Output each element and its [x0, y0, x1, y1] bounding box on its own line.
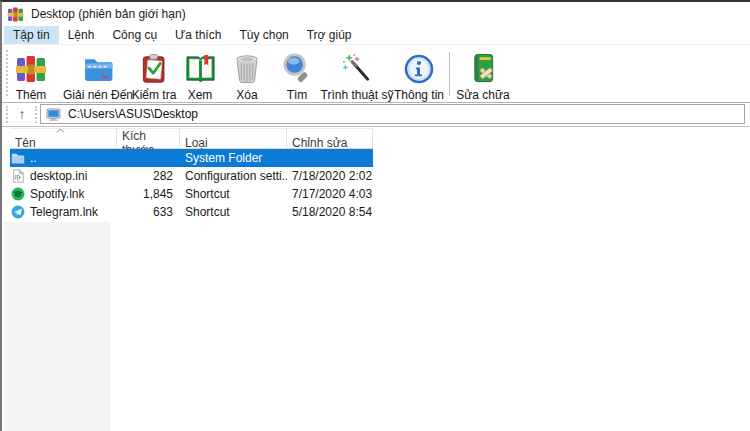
empty-pane-area — [4, 222, 110, 431]
add-archive-icon — [13, 50, 49, 87]
title-bar: Desktop (phiên bản giới hạn) — [2, 2, 750, 26]
delete-button-label: Xóa — [236, 88, 257, 102]
find-button[interactable]: Tìm — [275, 49, 319, 103]
window-title: Desktop (phiên bản giới hạn) — [31, 7, 186, 21]
toolbar: Thêm Giải nén Đến — [2, 46, 750, 103]
toolbar-gripper[interactable] — [6, 50, 8, 96]
table-row-parent-folder[interactable]: .. System Folder — [10, 149, 373, 167]
address-bar: ↑ C:\Users\ASUS\Desktop — [2, 104, 750, 125]
delete-trash-icon — [229, 50, 265, 87]
find-button-label: Tìm — [287, 88, 308, 102]
table-row-spotify[interactable]: Spotify.lnk 1,845 Shortcut 7/17/2020 4:0… — [10, 185, 373, 203]
desktop-monitor-icon — [46, 107, 61, 122]
test-button[interactable]: Kiểm tra — [128, 49, 181, 103]
repair-button[interactable]: Sửa chữa — [452, 49, 513, 103]
winrar-logo-icon — [7, 6, 24, 23]
file-type: Shortcut — [180, 187, 287, 201]
file-name: Telegram.lnk — [30, 205, 98, 219]
table-row-desktop-ini[interactable]: desktop.ini 282 Configuration setti... 7… — [10, 167, 373, 185]
sort-ascending-icon — [56, 128, 65, 133]
extract-to-button-label: Giải nén Đến — [63, 88, 133, 102]
test-button-label: Kiểm tra — [132, 88, 177, 102]
find-magnifier-icon — [279, 50, 315, 87]
up-one-level-button[interactable]: ↑ — [11, 104, 33, 124]
menu-item-options[interactable]: Tùy chọn — [230, 26, 297, 44]
toolbar-separator — [449, 52, 450, 96]
up-arrow-icon: ↑ — [19, 106, 26, 122]
file-modified: 7/18/2020 2:02 ... — [287, 169, 373, 183]
delete-button[interactable]: Xóa — [225, 49, 269, 103]
file-name: desktop.ini — [30, 169, 87, 183]
view-button-label: Xem — [188, 88, 213, 102]
toolbar-divider — [2, 126, 750, 127]
ini-file-icon — [11, 169, 25, 183]
file-type: Shortcut — [180, 205, 287, 219]
repair-button-label: Sửa chữa — [456, 88, 509, 102]
file-type: System Folder — [180, 151, 287, 165]
menu-item-commands[interactable]: Lệnh — [59, 26, 104, 44]
file-size: 1,845 — [117, 187, 180, 201]
menu-item-tools[interactable]: Công cụ — [103, 26, 166, 44]
file-list: .. System Folder desktop.ini 282 Con — [10, 149, 373, 221]
file-type: Configuration setti... — [180, 169, 287, 183]
addressbar-gripper[interactable] — [6, 106, 8, 123]
test-clipboard-icon — [136, 50, 172, 87]
info-circle-icon — [401, 50, 437, 87]
menu-item-file[interactable]: Tập tin — [4, 26, 59, 44]
menu-item-help[interactable]: Trợ giúp — [298, 26, 361, 44]
wizard-button[interactable]: Trình thuật sỹ — [317, 49, 398, 103]
telegram-icon — [11, 205, 25, 219]
folder-icon — [11, 151, 25, 165]
info-button[interactable]: Thông tin — [390, 49, 448, 103]
winrar-window: Desktop (phiên bản giới hạn) Tập tin Lện… — [0, 0, 750, 431]
file-size: 633 — [117, 205, 180, 219]
file-name: Spotify.lnk — [30, 187, 84, 201]
add-button-label: Thêm — [16, 88, 47, 102]
menu-item-favorites[interactable]: Ưa thích — [166, 26, 230, 44]
repair-book-icon — [465, 50, 501, 87]
wizard-wand-icon — [339, 50, 375, 87]
addressbar-gripper-2[interactable] — [35, 106, 37, 123]
file-modified: 7/17/2020 4:03 ... — [287, 187, 373, 201]
address-combobox[interactable]: C:\Users\ASUS\Desktop — [40, 104, 745, 124]
file-modified: 5/18/2020 8:54 ... — [287, 205, 373, 219]
view-book-icon — [182, 50, 218, 87]
extract-folder-icon — [80, 50, 116, 87]
add-button[interactable]: Thêm — [9, 49, 53, 103]
menu-bar: Tập tin Lệnh Công cụ Ưa thích Tùy chọn T… — [2, 26, 750, 45]
extract-to-button[interactable]: Giải nén Đến — [59, 49, 137, 103]
file-size: 282 — [117, 169, 180, 183]
spotify-icon — [11, 187, 25, 201]
info-button-label: Thông tin — [394, 88, 444, 102]
table-row-telegram[interactable]: Telegram.lnk 633 Shortcut 5/18/2020 8:54… — [10, 203, 373, 221]
wizard-button-label: Trình thuật sỹ — [321, 88, 394, 102]
list-header: Tên Kích thước Loại Chỉnh sửa — [10, 128, 373, 149]
view-button[interactable]: Xem — [178, 49, 222, 103]
file-name: .. — [30, 151, 37, 165]
address-path: C:\Users\ASUS\Desktop — [68, 107, 198, 121]
